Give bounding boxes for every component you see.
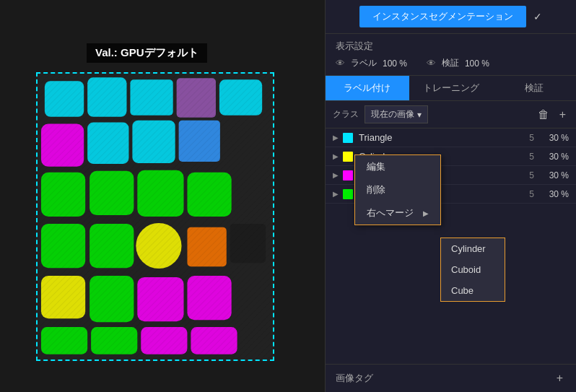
context-menu-merge[interactable]: 右へマージ ▶ Cylinder Cuboid Cube <box>355 201 440 225</box>
color-box-cube <box>343 189 353 199</box>
submenu-item-cylinder[interactable]: Cylinder <box>441 238 505 259</box>
context-menu-edit[interactable]: 編集 <box>355 155 440 178</box>
chevron-down-icon: ▾ <box>417 110 422 120</box>
context-menu: 編集 削除 右へマージ ▶ Cylinder Cuboid Cube <box>354 154 441 225</box>
expand-arrow-cylinder[interactable]: ▶ <box>333 152 339 160</box>
trash-button[interactable]: 🗑 <box>535 107 552 123</box>
class-item-triangle[interactable]: ▶ Triangle 5 30 % <box>326 129 576 147</box>
class-count-triangle: 5 <box>529 133 534 143</box>
add-tag-button[interactable]: + <box>554 370 566 386</box>
image-tag-label: 画像タグ <box>336 372 373 385</box>
tabs: ラベル付け トレーニング 検証 <box>326 76 576 101</box>
tab-verify[interactable]: 検証 <box>492 76 576 100</box>
val-label: Val.: GPUデフォルト <box>87 43 207 63</box>
context-delete-label: 削除 <box>367 183 385 196</box>
context-merge-label: 右へマージ <box>367 206 414 219</box>
color-box-triangle <box>343 133 353 143</box>
instance-seg-button[interactable]: インスタンスセグメンテーション <box>359 6 526 27</box>
expand-arrow-cuboid[interactable]: ▶ <box>333 171 339 179</box>
verify-pct: 100 % <box>465 58 489 69</box>
expand-arrow-cube[interactable]: ▶ <box>333 190 339 198</box>
verify-text: 検証 <box>442 57 459 69</box>
color-box-cuboid <box>343 170 353 180</box>
class-pct-cylinder: 30 % <box>540 152 569 162</box>
eye-icon-label: 👁 <box>336 58 345 69</box>
tab-training[interactable]: トレーニング <box>409 76 493 100</box>
svg-rect-27 <box>38 74 273 359</box>
context-edit-label: 編集 <box>367 160 385 173</box>
color-box-cylinder <box>343 152 353 162</box>
expand-arrow-triangle[interactable]: ▶ <box>333 134 339 141</box>
context-menu-delete[interactable]: 削除 <box>355 178 440 201</box>
tab-labeling[interactable]: ラベル付け <box>326 76 409 100</box>
class-dropdown-value: 現在の画像 <box>371 108 414 121</box>
right-panel: インスタンスセグメンテーション ✓ 表示設定 👁 ラベル 100 % 👁 検証 … <box>325 0 576 392</box>
class-header: クラス 現在の画像 ▾ 🗑 + <box>326 101 576 129</box>
submenu-item-cuboid[interactable]: Cuboid <box>441 259 505 280</box>
class-pct-cuboid: 30 % <box>540 170 569 180</box>
submenu: Cylinder Cuboid Cube <box>440 238 505 302</box>
class-name-triangle: Triangle <box>359 132 529 143</box>
display-row: 👁 ラベル 100 % 👁 検証 100 % <box>336 57 566 69</box>
display-settings-title: 表示設定 <box>336 40 373 51</box>
checkmark-icon[interactable]: ✓ <box>533 11 542 22</box>
class-count-cuboid: 5 <box>529 170 534 180</box>
image-tray <box>36 72 274 361</box>
class-count-cylinder: 5 <box>529 152 534 162</box>
add-class-button[interactable]: + <box>557 107 569 123</box>
image-canvas: Val.: GPUデフォルト <box>0 0 325 392</box>
top-bar: インスタンスセグメンテーション ✓ <box>326 0 576 34</box>
class-count-cube: 5 <box>529 189 534 199</box>
class-label: クラス <box>333 108 359 121</box>
class-list: ▶ Triangle 5 30 % ▶ Cylinder 5 30 % 編集 削… <box>326 129 576 364</box>
eye-icon-verify: 👁 <box>427 58 436 69</box>
class-dropdown[interactable]: 現在の画像 ▾ <box>365 105 428 123</box>
display-settings: 表示設定 👁 ラベル 100 % 👁 検証 100 % <box>326 34 576 76</box>
class-item-cylinder[interactable]: ▶ Cylinder 5 30 % 編集 削除 右へマージ ▶ Cylinder <box>326 147 576 166</box>
submenu-arrow-icon: ▶ <box>423 209 429 217</box>
label-text: ラベル <box>351 57 377 69</box>
left-panel: Val.: GPUデフォルト <box>0 0 325 392</box>
class-actions: 🗑 + <box>535 107 569 123</box>
submenu-item-cube[interactable]: Cube <box>441 280 505 301</box>
shapes-svg <box>38 74 273 360</box>
label-pct: 100 % <box>383 58 407 69</box>
bottom-bar: 画像タグ + <box>326 364 576 392</box>
class-pct-cube: 30 % <box>540 189 569 199</box>
class-pct-triangle: 30 % <box>540 133 569 143</box>
